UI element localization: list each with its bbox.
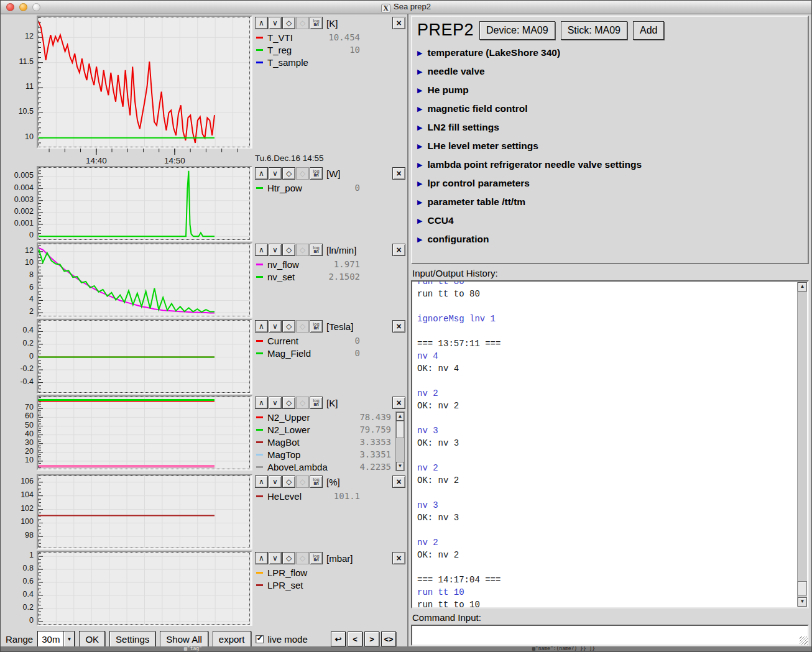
close-chart-button[interactable]: × [392, 552, 405, 564]
ok-button[interactable]: OK [79, 631, 105, 648]
close-chart-button[interactable]: × [392, 475, 405, 488]
legend-item[interactable]: N2_Upper78.439 [255, 411, 407, 423]
command-input[interactable] [412, 626, 808, 645]
legend-item[interactable]: T_VTI10.454 [255, 31, 407, 44]
legend-item[interactable]: HeLevel101.1 [255, 490, 407, 502]
legend-item[interactable]: LPR_set [255, 579, 407, 591]
io-history[interactable]: run tt 80run tt to 80 ignoreMsg lnv 1 ==… [411, 280, 809, 608]
titlebar[interactable]: XSea prep2 [1, 1, 811, 14]
legend-item[interactable]: N2_Lower79.759 [255, 423, 407, 436]
close-chart-button[interactable]: × [392, 17, 405, 29]
show-all-button[interactable]: Show All [160, 631, 208, 648]
autoscale-button[interactable]: ◇ [282, 552, 295, 564]
close-chart-button[interactable]: × [392, 320, 405, 333]
scale-down-button[interactable]: ∨ [269, 320, 282, 333]
range-dropdown[interactable]: 30m ▼ [37, 631, 75, 647]
log-lin-toggle-button[interactable]: loglin [310, 244, 323, 256]
settings-button[interactable]: Settings [109, 631, 155, 648]
autoscale-button[interactable]: ◇ [282, 397, 295, 409]
tree-item-ln2-fill-settings[interactable]: ▶LN2 fill settings [416, 118, 804, 137]
jump-live-button[interactable]: ↩ [331, 631, 346, 646]
plot-area[interactable] [38, 320, 250, 393]
tree-item-parameter-table-tt-tm[interactable]: ▶parameter table /tt/tm [416, 193, 804, 211]
legend-series-value: 1.971 [299, 259, 407, 269]
legend-item[interactable]: LPR_flow [255, 566, 407, 579]
page-back-button[interactable]: < [348, 631, 362, 646]
scrollbar-trough[interactable] [798, 292, 807, 581]
scale-up-button[interactable]: ∧ [255, 320, 268, 333]
scale-up-button[interactable]: ∧ [255, 475, 268, 488]
close-chart-button[interactable]: × [392, 167, 405, 180]
scale-up-button[interactable]: ∧ [255, 167, 268, 180]
add-button[interactable]: Add [633, 21, 664, 40]
autoscale-button[interactable]: ◇ [282, 475, 295, 488]
scale-down-button[interactable]: ∨ [269, 397, 282, 409]
chart-date-label: Tu.6.Dec.16 14:55 [255, 154, 407, 163]
plot-area[interactable] [38, 552, 250, 625]
legend-item[interactable]: T_reg10 [255, 44, 407, 56]
legend-scrollbar[interactable]: ▲▼ [395, 411, 405, 471]
legend-item[interactable]: Current0 [255, 334, 407, 347]
scale-down-button[interactable]: ∨ [269, 167, 282, 180]
scroll-down-icon[interactable]: ▼ [798, 597, 807, 607]
io-history-scrollbar[interactable]: ▲ ▼ [797, 282, 807, 607]
close-chart-button[interactable]: × [392, 244, 405, 256]
log-lin-toggle-button[interactable]: loglin [310, 552, 323, 564]
log-lin-toggle-button[interactable]: loglin [310, 397, 323, 409]
export-button[interactable]: export [213, 631, 251, 648]
scale-up-button[interactable]: ∧ [255, 17, 268, 29]
legend-item[interactable]: Htr_pow0 [255, 181, 407, 194]
log-lin-toggle-button[interactable]: loglin [310, 320, 323, 333]
legend-item[interactable]: Mag_Field0 [255, 347, 407, 359]
tree-item-needle-valve[interactable]: ▶needle valve [416, 62, 804, 81]
legend-item[interactable]: nv_flow1.971 [255, 258, 407, 270]
legend-item[interactable]: MagTop3.3351 [255, 448, 407, 461]
resize-grip[interactable] [800, 636, 808, 645]
plot-area[interactable] [38, 17, 250, 147]
tree-item-ccu4[interactable]: ▶CCU4 [416, 211, 804, 230]
tree-item-configuration[interactable]: ▶configuration [416, 230, 804, 249]
live-mode-checkbox[interactable]: ✓ [256, 635, 264, 643]
autoscale-button[interactable]: ◇ [282, 320, 295, 333]
scale-down-button[interactable]: ∨ [269, 244, 282, 256]
tree-item-lambda-point-refrigerator-needle-valve-settings[interactable]: ▶lambda point refrigerator needle valve … [416, 155, 804, 174]
autoscale-button[interactable]: ◇ [282, 17, 295, 29]
log-lin-toggle-button[interactable]: loglin [310, 167, 323, 180]
scroll-down-icon[interactable]: ▼ [396, 462, 404, 471]
scrollbar-thumb[interactable] [396, 421, 404, 438]
scale-down-button[interactable]: ∨ [269, 552, 282, 564]
log-lin-toggle-button[interactable]: loglin [310, 475, 323, 488]
scale-up-button[interactable]: ∧ [255, 397, 268, 409]
device-button[interactable]: Device: MA09 [479, 21, 555, 40]
stick-button[interactable]: Stick: MA09 [561, 21, 627, 40]
expand-range-button[interactable]: <> [381, 631, 396, 646]
tree-item-he-pump[interactable]: ▶He pump [416, 81, 804, 99]
autoscale-button[interactable]: ◇ [282, 244, 295, 256]
tree-item-magnetic-field-control[interactable]: ▶magnetic field control [416, 99, 804, 118]
tree-item-lpr-control-parameters[interactable]: ▶lpr control parameters [416, 174, 804, 193]
legend-item[interactable]: AboveLambda4.2235 [255, 461, 407, 473]
plot-area[interactable] [38, 397, 250, 469]
page-forward-button[interactable]: > [364, 631, 379, 646]
log-lin-toggle-button[interactable]: loglin [310, 17, 323, 29]
scrollbar-thumb[interactable] [798, 581, 807, 595]
lin-label: lin [313, 173, 318, 178]
scale-up-button[interactable]: ∧ [255, 552, 268, 564]
legend-item[interactable]: T_sample [255, 56, 407, 68]
scroll-up-icon[interactable]: ▲ [396, 412, 404, 421]
scale-up-button[interactable]: ∧ [255, 244, 268, 256]
close-chart-button[interactable]: × [392, 397, 405, 409]
tree-item-temperature-lakeshore-340[interactable]: ▶temperature (LakeShore 340) [416, 44, 804, 62]
legend-item[interactable]: nv_set2.1502 [255, 270, 407, 283]
plot-area[interactable] [38, 244, 250, 316]
legend-item[interactable]: MagBot3.3353 [255, 436, 407, 448]
scale-down-button[interactable]: ∨ [269, 17, 282, 29]
scroll-up-icon[interactable]: ▲ [798, 282, 807, 292]
command-input-box[interactable] [411, 625, 809, 646]
plot-area[interactable] [38, 475, 250, 548]
scrollbar-trough[interactable] [396, 438, 404, 462]
plot-area[interactable] [38, 167, 250, 240]
scale-down-button[interactable]: ∨ [269, 475, 282, 488]
tree-item-lhe-level-meter-settings[interactable]: ▶LHe level meter settings [416, 137, 804, 155]
autoscale-button[interactable]: ◇ [282, 167, 295, 180]
